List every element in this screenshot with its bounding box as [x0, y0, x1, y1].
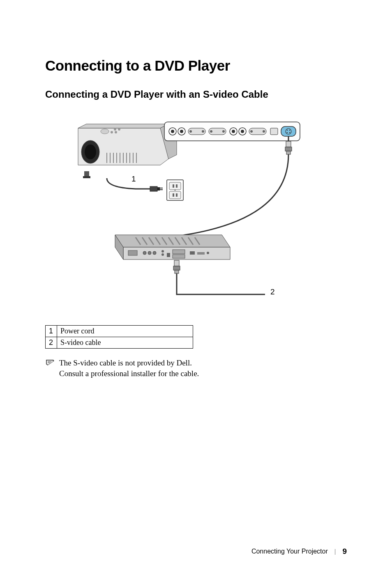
svideo-cable-icon — [177, 136, 292, 251]
svg-rect-46 — [286, 151, 291, 154]
sub-heading: Connecting a DVD Player with an S-video … — [45, 89, 347, 100]
svg-point-73 — [161, 250, 164, 253]
svg-point-42 — [287, 132, 288, 133]
projector-icon — [78, 124, 177, 178]
svg-point-29 — [222, 130, 225, 133]
svg-point-12 — [101, 129, 109, 134]
svg-rect-37 — [270, 128, 278, 135]
svg-rect-83 — [175, 270, 179, 273]
svg-rect-69 — [128, 250, 137, 255]
legend-table: 1 Power cord 2 S-video cable — [45, 325, 193, 349]
svg-rect-17 — [84, 171, 89, 176]
svg-point-36 — [263, 130, 265, 133]
svg-rect-48 — [157, 187, 160, 191]
dvd-player-icon — [115, 235, 230, 260]
svg-rect-79 — [197, 252, 205, 255]
wall-outlet-icon — [167, 180, 183, 200]
svg-point-1 — [85, 145, 96, 159]
svg-rect-45 — [285, 147, 292, 151]
note-text: The S-video cable is not provided by Del… — [59, 358, 199, 379]
svg-rect-18 — [83, 176, 90, 178]
svg-point-70 — [143, 251, 146, 255]
svg-rect-44 — [286, 141, 291, 147]
svg-rect-38 — [281, 126, 296, 136]
callout-1: 1 — [131, 175, 136, 183]
footer-divider: | — [334, 548, 336, 555]
note: The S-video cable is not provided by Del… — [45, 358, 347, 379]
svg-point-25 — [189, 130, 192, 133]
svg-point-16 — [115, 131, 117, 133]
svg-point-71 — [148, 251, 151, 255]
connection-diagram: 1 2 — [45, 112, 308, 309]
svg-point-40 — [287, 130, 288, 131]
legend-num: 1 — [46, 326, 57, 337]
svg-point-33 — [241, 130, 244, 133]
svg-point-43 — [289, 132, 290, 133]
svg-rect-55 — [169, 191, 181, 199]
svg-point-26 — [202, 130, 204, 133]
svg-point-74 — [161, 253, 164, 256]
svg-rect-78 — [190, 251, 195, 255]
svg-point-80 — [207, 252, 209, 254]
svg-rect-56 — [173, 193, 174, 197]
note-line-1: The S-video cable is not provided by Del… — [59, 358, 192, 367]
svg-rect-75 — [167, 253, 170, 257]
svg-rect-53 — [173, 184, 174, 188]
note-icon — [45, 358, 55, 367]
svg-point-35 — [250, 130, 253, 133]
svg-rect-81 — [174, 260, 179, 266]
svg-point-13 — [114, 128, 116, 131]
svg-rect-77 — [173, 255, 185, 258]
svg-point-28 — [210, 130, 212, 133]
svg-point-58 — [175, 190, 176, 191]
connector-panel-icon — [164, 122, 300, 141]
main-heading: Connecting to a DVD Player — [45, 57, 347, 74]
svg-point-72 — [153, 251, 156, 255]
note-line-2: Consult a professional installer for the… — [59, 369, 199, 378]
svg-rect-54 — [176, 184, 178, 188]
svg-point-23 — [180, 130, 183, 133]
legend-label: S-video cable — [57, 337, 193, 349]
legend-num: 2 — [46, 337, 57, 349]
svg-point-14 — [118, 128, 120, 131]
svg-point-31 — [232, 130, 235, 133]
table-row: 1 Power cord — [46, 326, 193, 337]
svg-point-21 — [171, 130, 174, 133]
svg-point-15 — [111, 131, 113, 133]
svg-rect-82 — [173, 266, 180, 270]
svg-rect-52 — [169, 182, 181, 190]
svideo-plug-icon — [173, 260, 265, 294]
footer-page-number: 9 — [342, 547, 347, 556]
page-footer: Connecting Your Projector | 9 — [251, 547, 347, 556]
callout-2: 2 — [270, 287, 275, 296]
svg-rect-47 — [150, 186, 157, 191]
svg-rect-57 — [176, 193, 178, 197]
svg-point-41 — [289, 130, 290, 131]
footer-section: Connecting Your Projector — [251, 548, 328, 555]
diagram-svg: 1 2 — [45, 112, 308, 309]
svg-rect-76 — [173, 250, 185, 254]
table-row: 2 S-video cable — [46, 337, 193, 349]
legend-label: Power cord — [57, 326, 193, 337]
